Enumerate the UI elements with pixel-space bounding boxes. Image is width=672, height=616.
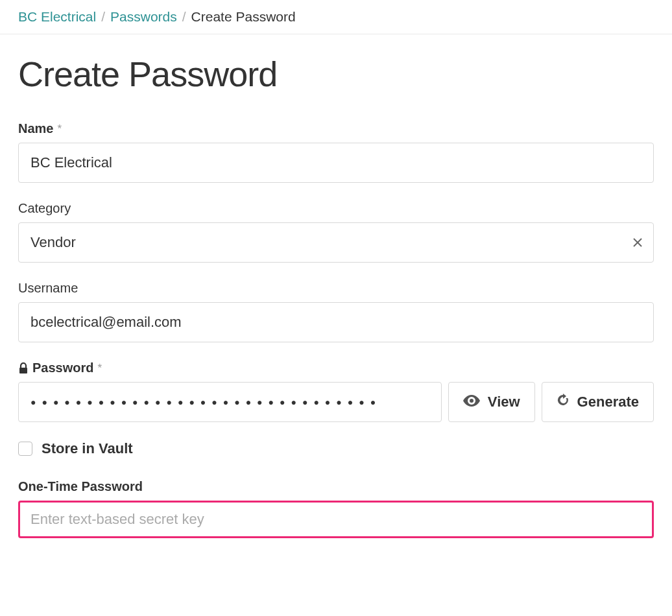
category-select-wrapper — [18, 222, 654, 263]
store-in-vault-label: Store in Vault — [42, 440, 133, 457]
view-button-label: View — [488, 394, 520, 410]
password-row: View Generate — [18, 382, 654, 422]
field-otp: One-Time Password — [18, 479, 654, 538]
name-label: Name * — [18, 121, 654, 136]
field-category: Category — [18, 201, 654, 263]
generate-button-label: Generate — [577, 394, 639, 410]
lock-icon — [18, 362, 29, 374]
breadcrumb: BC Electrical / Passwords / Create Passw… — [0, 0, 672, 34]
field-password: Password * View — [18, 361, 654, 422]
username-label-text: Username — [18, 281, 78, 296]
otp-label-text: One-Time Password — [18, 479, 143, 494]
otp-input[interactable] — [18, 501, 654, 538]
password-input[interactable] — [18, 382, 442, 422]
svg-point-3 — [470, 399, 474, 403]
category-label-text: Category — [18, 201, 71, 216]
name-input[interactable] — [18, 143, 654, 183]
breadcrumb-separator: / — [182, 9, 186, 25]
category-select[interactable] — [18, 222, 654, 263]
username-input[interactable] — [18, 302, 654, 342]
field-name: Name * — [18, 121, 654, 183]
page-title: Create Password — [18, 54, 654, 94]
password-label-text: Password — [32, 361, 93, 375]
breadcrumb-current: Create Password — [191, 9, 296, 25]
generate-button[interactable]: Generate — [542, 382, 654, 422]
required-mark: * — [97, 362, 102, 375]
store-in-vault-checkbox[interactable] — [18, 442, 32, 456]
svg-rect-2 — [19, 368, 27, 373]
username-label: Username — [18, 281, 654, 296]
breadcrumb-link-root[interactable]: BC Electrical — [18, 9, 96, 25]
view-button[interactable]: View — [448, 382, 535, 422]
refresh-icon — [557, 394, 570, 410]
breadcrumb-link-passwords[interactable]: Passwords — [110, 9, 177, 25]
close-icon[interactable] — [632, 237, 643, 248]
name-label-text: Name — [18, 121, 53, 136]
otp-label: One-Time Password — [18, 479, 654, 494]
password-input-wrap — [18, 382, 442, 422]
required-mark: * — [57, 123, 62, 136]
content-area: Create Password Name * Category Username — [0, 34, 672, 569]
breadcrumb-separator: / — [101, 9, 105, 25]
field-username: Username — [18, 281, 654, 342]
password-label: Password * — [18, 361, 654, 375]
store-in-vault-row: Store in Vault — [18, 440, 654, 457]
eye-icon — [463, 394, 480, 410]
category-label: Category — [18, 201, 654, 216]
